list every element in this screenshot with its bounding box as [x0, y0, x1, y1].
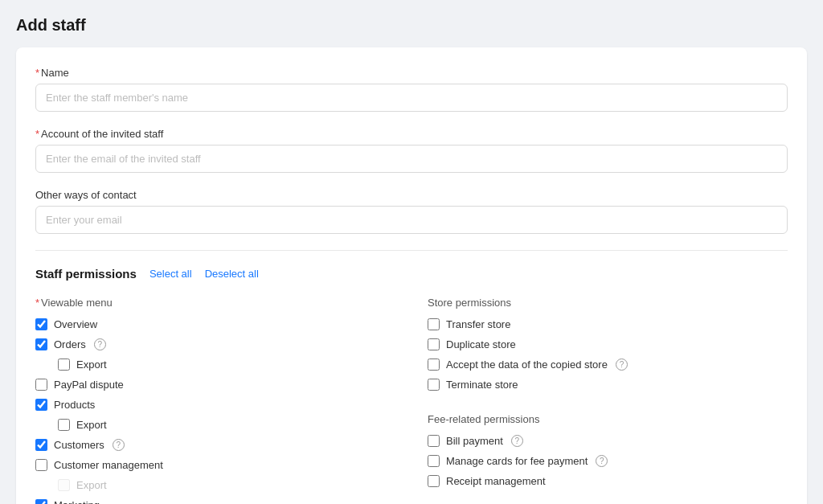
- checkbox-bill-payment: Bill payment ?: [428, 435, 788, 447]
- contact-label: Other ways of contact: [35, 189, 788, 201]
- checkbox-manage-cards: Manage cards for fee payment ?: [428, 455, 788, 467]
- paypal-dispute-checkbox[interactable]: [35, 379, 47, 391]
- checkbox-customers: Customers ?: [35, 439, 395, 451]
- viewable-menu-label: *Viewable menu: [35, 297, 395, 309]
- manage-cards-info-icon[interactable]: ?: [596, 455, 608, 467]
- checkbox-orders: Orders ?: [35, 338, 395, 350]
- checkbox-marketing: Marketing: [35, 499, 395, 504]
- permissions-title: Staff permissions: [35, 267, 137, 281]
- checkbox-paypal-dispute: PayPal dispute: [35, 379, 395, 391]
- checkbox-products: Products: [35, 399, 395, 411]
- manage-cards-checkbox[interactable]: [428, 455, 440, 467]
- select-all-button[interactable]: Select all: [149, 268, 192, 280]
- accept-data-checkbox[interactable]: [428, 359, 440, 371]
- checkbox-receipt-management: Receipt management: [428, 475, 788, 487]
- bill-payment-info-icon[interactable]: ?: [511, 435, 523, 447]
- checkbox-orders-export: Export: [35, 359, 395, 371]
- products-checkbox[interactable]: [35, 399, 47, 411]
- overview-checkbox[interactable]: [35, 318, 47, 330]
- fee-permissions-label: Fee-related permissions: [428, 413, 788, 425]
- account-label: *Account of the invited staff: [35, 128, 788, 140]
- bill-payment-checkbox[interactable]: [428, 435, 440, 447]
- orders-export-checkbox[interactable]: [58, 359, 70, 371]
- checkbox-transfer-store: Transfer store: [428, 318, 788, 330]
- transfer-store-checkbox[interactable]: [428, 318, 440, 330]
- products-export-checkbox[interactable]: [58, 419, 70, 431]
- section-divider: [35, 250, 788, 251]
- deselect-all-button[interactable]: Deselect all: [205, 268, 259, 280]
- checkbox-customer-management: Customer management: [35, 459, 395, 471]
- checkbox-products-export: Export: [35, 419, 395, 431]
- orders-info-icon[interactable]: ?: [94, 338, 106, 350]
- orders-checkbox[interactable]: [35, 338, 47, 350]
- name-label: *Name: [35, 67, 788, 79]
- checkbox-customer-management-export: Export: [35, 479, 395, 491]
- customer-management-checkbox[interactable]: [35, 459, 47, 471]
- checkbox-duplicate-store: Duplicate store: [428, 338, 788, 350]
- page-title: Add staff: [16, 16, 807, 35]
- store-permissions-label: Store permissions: [428, 297, 788, 309]
- terminate-store-checkbox[interactable]: [428, 379, 440, 391]
- name-input[interactable]: [35, 84, 788, 112]
- contact-input[interactable]: [35, 206, 788, 234]
- checkbox-terminate-store: Terminate store: [428, 379, 788, 391]
- receipt-management-checkbox[interactable]: [428, 475, 440, 487]
- marketing-checkbox[interactable]: [35, 499, 47, 504]
- customer-management-export-checkbox[interactable]: [58, 479, 70, 491]
- checkbox-accept-data: Accept the data of the copied store ?: [428, 359, 788, 371]
- account-input[interactable]: [35, 145, 788, 173]
- customers-checkbox[interactable]: [35, 439, 47, 451]
- checkbox-overview: Overview: [35, 318, 395, 330]
- duplicate-store-checkbox[interactable]: [428, 338, 440, 350]
- customers-info-icon[interactable]: ?: [113, 439, 125, 451]
- accept-data-info-icon[interactable]: ?: [616, 359, 628, 371]
